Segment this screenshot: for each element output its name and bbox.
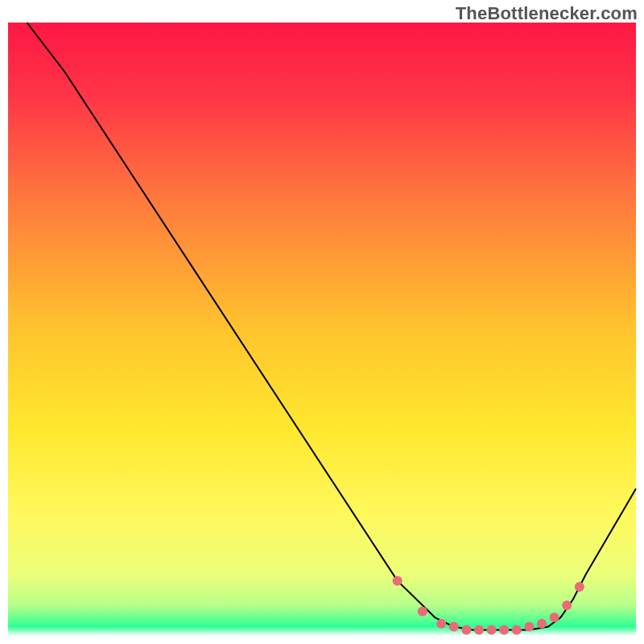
chart-background: [8, 23, 636, 636]
marker-point: [393, 576, 402, 585]
marker-point: [461, 625, 471, 634]
watermark-text: TheBottlenecker.com: [456, 3, 638, 24]
marker-point: [537, 619, 547, 629]
marker-point: [449, 622, 459, 632]
marker-point: [499, 625, 509, 634]
marker-point: [562, 601, 572, 610]
chart-stage: TheBottlenecker.com: [0, 0, 644, 644]
marker-point: [474, 625, 484, 634]
chart-svg: [0, 0, 644, 644]
marker-point: [487, 625, 497, 634]
marker-point: [512, 625, 522, 634]
marker-point: [418, 607, 427, 617]
marker-point: [575, 582, 584, 592]
marker-point: [436, 619, 446, 629]
marker-point: [550, 613, 559, 622]
marker-point: [524, 622, 534, 632]
